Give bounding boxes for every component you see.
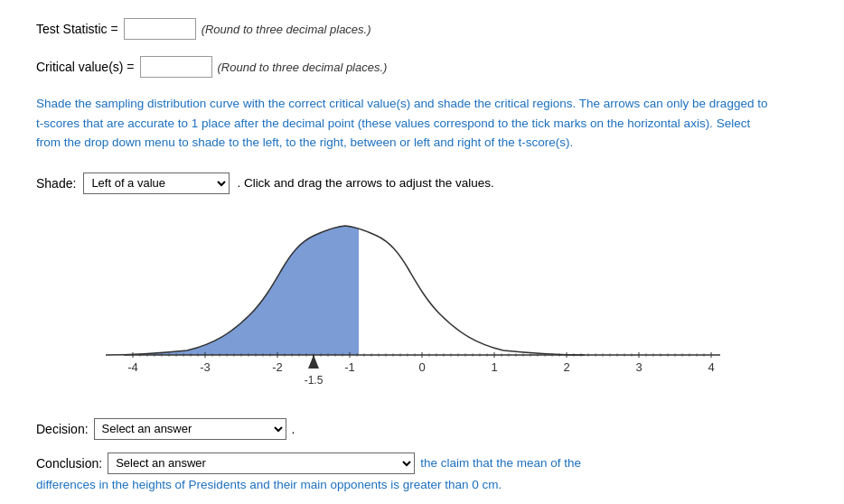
decision-row: Decision: Select an answer Reject the nu… — [36, 418, 808, 440]
shade-instruction: . Click and drag the arrows to adjust th… — [237, 176, 493, 190]
critical-value-input[interactable] — [140, 56, 212, 78]
description-block: Shade the sampling distribution curve wi… — [36, 94, 777, 153]
conclusion-row: Conclusion: Select an answer There is su… — [36, 453, 808, 474]
svg-text:2: 2 — [563, 360, 569, 374]
svg-text:-3: -3 — [200, 360, 211, 374]
svg-text:-1.5: -1.5 — [305, 374, 324, 387]
graph-container: -4 -3 -2 -1 0 1 2 3 4 -1.5 — [106, 210, 738, 391]
decision-select[interactable]: Select an answer Reject the null hypothe… — [94, 418, 286, 440]
svg-text:-2: -2 — [272, 360, 283, 374]
shade-row: Shade: Left of a value Right of a value … — [36, 173, 808, 194]
test-statistic-row: Test Statistic = (Round to three decimal… — [36, 18, 808, 40]
critical-value-label: Critical value(s) = — [36, 60, 135, 74]
svg-text:4: 4 — [708, 360, 714, 374]
decision-period: . — [292, 422, 295, 436]
svg-text:0: 0 — [418, 360, 425, 374]
svg-text:3: 3 — [635, 360, 642, 374]
graph-svg: -4 -3 -2 -1 0 1 2 3 4 -1.5 — [106, 210, 738, 391]
critical-value-row: Critical value(s) = (Round to three deci… — [36, 56, 808, 78]
shade-label: Shade: — [36, 176, 76, 191]
svg-text:1: 1 — [491, 360, 497, 374]
test-statistic-label: Test Statistic = — [36, 22, 118, 36]
conclusion-suffix: the claim that the mean of the — [420, 456, 581, 470]
conclusion-second-line: differences in the heights of Presidents… — [36, 478, 808, 491]
critical-value-note: (Round to three decimal places.) — [218, 61, 388, 74]
conclusion-label: Conclusion: — [36, 456, 102, 471]
test-statistic-input[interactable] — [124, 18, 196, 40]
shade-select[interactable]: Left of a value Right of a value Between… — [83, 173, 230, 194]
decision-label: Decision: — [36, 422, 89, 436]
svg-text:-4: -4 — [127, 360, 138, 374]
test-statistic-note: (Round to three decimal places.) — [202, 23, 371, 36]
conclusion-select[interactable]: Select an answer There is sufficient evi… — [108, 453, 415, 474]
svg-text:-1: -1 — [344, 360, 355, 374]
